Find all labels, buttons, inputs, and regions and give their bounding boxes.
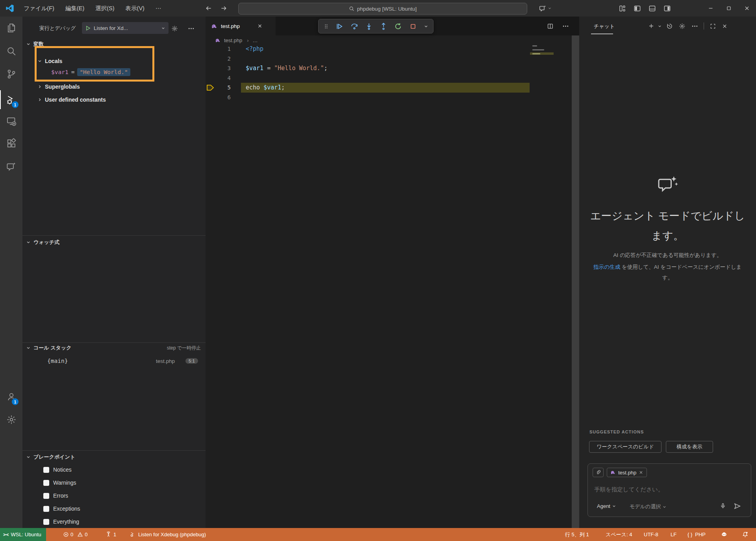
checkbox[interactable] — [43, 506, 49, 512]
line-number[interactable]: 3 — [215, 63, 231, 73]
menu-file[interactable]: ファイル(F) — [18, 0, 60, 17]
notifications-bell[interactable] — [742, 528, 749, 541]
breakpoint-row[interactable]: Errors — [43, 491, 68, 500]
nav-back-button[interactable] — [204, 4, 213, 12]
toggle-primary-sidebar-button[interactable] — [632, 3, 643, 14]
activitybar-accounts[interactable]: 1 — [0, 387, 22, 406]
breakpoint-row[interactable]: Exceptions — [43, 504, 80, 513]
code-string: "Hello World." — [274, 65, 324, 72]
activitybar-chat[interactable] — [0, 157, 22, 176]
chat-more-actions-button[interactable] — [689, 21, 700, 31]
send-button[interactable] — [732, 501, 742, 511]
attachment-chip[interactable]: test.php — [607, 468, 647, 477]
toggle-secondary-sidebar-button[interactable] — [662, 3, 673, 14]
step-into-button[interactable] — [364, 22, 374, 30]
breakpoint-row[interactable]: Warnings — [43, 478, 76, 487]
debug-status[interactable]: Listen for Xdebug (phpdebug) — [130, 528, 206, 541]
window-minimize-button[interactable] — [702, 0, 720, 17]
tree-item-superglobals[interactable]: Superglobals — [37, 82, 80, 91]
window-maximize-button[interactable] — [720, 0, 738, 17]
tab-test-php[interactable]: test.php — [206, 17, 276, 35]
activitybar-settings[interactable] — [0, 410, 22, 429]
line-number[interactable]: 6 — [215, 93, 231, 102]
line-number[interactable]: 1 — [215, 44, 231, 54]
remove-attachment-icon[interactable] — [639, 470, 643, 475]
generate-instructions-link[interactable]: 指示の生成 — [593, 264, 620, 270]
editor-more-actions-button[interactable] — [561, 21, 570, 31]
activitybar-remote-explorer[interactable] — [0, 112, 22, 131]
chat-input-box[interactable]: test.php Agent モデルの選択 — [587, 463, 751, 517]
voice-chat-button[interactable] — [718, 501, 728, 511]
sidebar-more-actions-button[interactable] — [186, 24, 196, 33]
line-number[interactable]: 5 — [215, 83, 231, 93]
checkbox[interactable] — [43, 467, 49, 473]
step-out-button[interactable] — [378, 22, 389, 30]
customize-layout-button[interactable] — [617, 3, 628, 14]
tab-chat[interactable]: チャット — [594, 23, 615, 30]
menu-more[interactable]: ⋯ — [150, 0, 167, 17]
breadcrumb-more[interactable]: … — [253, 37, 258, 43]
tab-close-icon[interactable] — [257, 23, 263, 29]
activitybar-run-debug[interactable]: 1 — [0, 90, 22, 109]
chat-prompt-input[interactable] — [593, 486, 745, 493]
tree-item-user-constants[interactable]: User defined constants — [37, 95, 106, 104]
language-mode[interactable]: { } PHP — [687, 528, 706, 541]
continue-button[interactable] — [334, 22, 345, 30]
copilot-chat-icon — [6, 162, 17, 172]
activitybar-extensions[interactable] — [0, 134, 22, 153]
split-editor-button[interactable] — [545, 21, 555, 31]
activitybar-search[interactable] — [0, 42, 22, 61]
step-over-button[interactable] — [349, 22, 359, 30]
editor-scrollbar[interactable] — [572, 35, 579, 528]
breakpoint-row[interactable]: Everything — [43, 517, 79, 526]
activitybar-explorer[interactable] — [0, 19, 22, 37]
toggle-panel-button[interactable] — [647, 3, 658, 14]
menu-edit[interactable]: 編集(E) — [60, 0, 90, 17]
breakpoint-row[interactable]: Notices — [43, 465, 72, 474]
attach-context-button[interactable] — [593, 468, 604, 477]
build-workspace-button[interactable]: ワークスペースのビルド — [589, 441, 662, 453]
model-picker[interactable]: モデルの選択 — [630, 503, 667, 510]
copilot-menu-button[interactable] — [537, 3, 554, 13]
line-number[interactable]: 4 — [215, 73, 231, 83]
show-config-button[interactable]: 構成を表示 — [666, 441, 713, 453]
stop-button[interactable] — [408, 23, 418, 30]
eol-selector[interactable]: LF — [671, 528, 676, 541]
checkbox[interactable] — [43, 519, 49, 525]
new-chat-chevron-down-icon[interactable] — [656, 21, 663, 31]
debug-config-dropdown[interactable]: Listen for Xd... — [82, 22, 169, 34]
checkbox[interactable] — [43, 480, 49, 486]
copilot-status[interactable] — [721, 528, 728, 541]
cursor-position[interactable]: 行 5、列 1 — [565, 528, 589, 541]
problems-indicator[interactable]: 0 0 — [63, 528, 87, 541]
toolbar-drag-handle[interactable] — [322, 23, 330, 30]
callstack-section-header[interactable]: コール スタック — [26, 344, 71, 352]
chat-settings-button[interactable] — [676, 21, 688, 31]
encoding[interactable]: UTF-8 — [644, 528, 658, 541]
ports-indicator[interactable]: 1 — [106, 528, 116, 541]
activitybar-source-control[interactable] — [0, 65, 22, 84]
indentation[interactable]: スペース: 4 — [606, 528, 632, 541]
remote-indicator[interactable]: >< WSL: Ubuntu — [0, 528, 46, 541]
command-center-search[interactable]: phpdebug [WSL: Ubuntu] — [238, 3, 527, 15]
line-number[interactable]: 2 — [215, 54, 231, 64]
restart-button[interactable] — [393, 22, 403, 30]
checkbox[interactable] — [43, 493, 49, 499]
chat-welcome-title-line2: ます。 — [579, 229, 756, 243]
new-chat-button[interactable] — [647, 21, 656, 31]
menu-view[interactable]: 表示(V) — [120, 0, 150, 17]
chat-maximize-button[interactable] — [707, 21, 718, 31]
chat-close-button[interactable] — [719, 21, 730, 31]
nav-forward-button[interactable] — [219, 4, 228, 12]
vscode-logo-icon — [6, 4, 14, 13]
chat-history-button[interactable] — [663, 21, 675, 31]
menu-select[interactable]: 選択(S) — [90, 0, 120, 17]
window-close-button[interactable] — [738, 0, 756, 17]
debug-settings-button[interactable] — [170, 24, 179, 33]
callstack-frame-row[interactable]: {main} test.php 5:1 — [22, 355, 206, 366]
toolbar-chevron-down-icon[interactable] — [422, 24, 430, 29]
breadcrumb-file[interactable]: test.php — [224, 37, 242, 43]
breakpoints-section-header[interactable]: ブレークポイント — [26, 453, 75, 461]
watch-section-header[interactable]: ウォッチ式 — [26, 238, 59, 247]
agent-mode-picker[interactable]: Agent — [597, 503, 616, 509]
